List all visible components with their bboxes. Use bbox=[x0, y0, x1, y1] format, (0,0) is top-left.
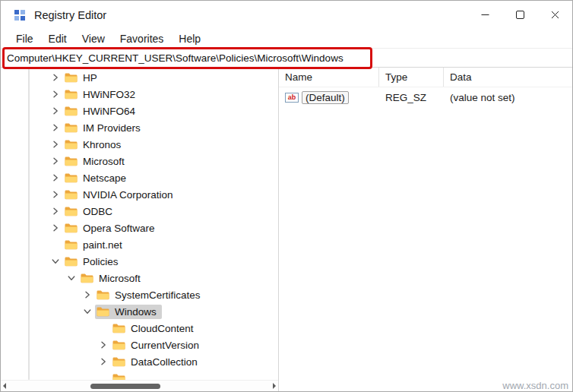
tree-item-label: Microsoft bbox=[99, 273, 141, 284]
tree-node[interactable]: Khronos bbox=[63, 138, 126, 152]
tree-node[interactable]: HP bbox=[63, 71, 103, 85]
tree-node[interactable] bbox=[111, 371, 136, 380]
tree-item-opera-software[interactable]: Opera Software bbox=[1, 220, 278, 236]
tree-node[interactable]: HWiNFO32 bbox=[63, 87, 141, 102]
tree-node[interactable]: SystemCertificates bbox=[95, 288, 206, 302]
tree-item-label: IM Providers bbox=[83, 122, 141, 134]
chevron-right-icon[interactable] bbox=[48, 70, 63, 85]
tree-node[interactable]: paint.net bbox=[63, 238, 128, 252]
tree-node[interactable]: Netscape bbox=[63, 171, 131, 185]
folder-icon bbox=[97, 306, 109, 317]
expander-spacer bbox=[96, 371, 111, 380]
chevron-down-icon[interactable] bbox=[64, 270, 79, 286]
tree-item-hwinfo32[interactable]: HWiNFO32 bbox=[1, 86, 278, 103]
tree-vertical-scrollbar[interactable] bbox=[28, 68, 30, 380]
chevron-right-icon[interactable] bbox=[48, 103, 63, 119]
tree-item-odbc[interactable]: ODBC bbox=[1, 203, 278, 220]
value-name[interactable]: (Default) bbox=[302, 91, 349, 104]
minimize-button[interactable] bbox=[467, 1, 502, 30]
tree-view[interactable]: HPHWiNFO32HWiNFO64IM ProvidersKhronosMic… bbox=[1, 68, 278, 380]
column-header-name[interactable]: Name bbox=[279, 68, 379, 87]
tree-item-netscape[interactable]: Netscape bbox=[1, 169, 278, 186]
column-header-data[interactable]: Data bbox=[444, 68, 572, 87]
menu-help[interactable]: Help bbox=[171, 33, 208, 45]
chevron-right-icon[interactable] bbox=[48, 137, 63, 152]
chevron-right-icon[interactable] bbox=[48, 170, 63, 185]
close-button[interactable] bbox=[537, 1, 572, 30]
tree-node[interactable]: CurrentVersion bbox=[111, 338, 204, 352]
tree-item-khronos[interactable]: Khronos bbox=[1, 136, 278, 153]
chevron-down-icon[interactable] bbox=[48, 254, 63, 269]
menu-favorites[interactable]: Favorites bbox=[112, 33, 172, 45]
chevron-right-icon[interactable] bbox=[48, 120, 63, 135]
tree-node[interactable]: DataCollection bbox=[111, 355, 203, 369]
chevron-right-icon[interactable] bbox=[48, 87, 63, 102]
menu-file[interactable]: File bbox=[8, 33, 41, 45]
tree-node[interactable]: Windows bbox=[95, 305, 162, 319]
main-area: HPHWiNFO32HWiNFO64IM ProvidersKhronosMic… bbox=[1, 68, 572, 391]
tree-item-label: CloudContent bbox=[131, 323, 194, 334]
tree-item-currentversion[interactable]: CurrentVersion bbox=[1, 337, 278, 353]
tree-item-im-providers[interactable]: IM Providers bbox=[1, 119, 278, 136]
menu-edit[interactable]: Edit bbox=[41, 33, 74, 45]
tree-node[interactable]: IM Providers bbox=[63, 121, 146, 135]
window-title: Registry Editor bbox=[34, 9, 106, 21]
expander-spacer bbox=[48, 237, 63, 252]
tree-item-hp[interactable]: HP bbox=[1, 69, 278, 86]
tree-node[interactable]: ODBC bbox=[63, 204, 118, 219]
chevron-down-icon[interactable] bbox=[80, 304, 95, 319]
value-list: ab(Default)REG_SZ(value not set) bbox=[279, 87, 572, 107]
tree-item-label: HWiNFO64 bbox=[83, 106, 135, 117]
tree-node[interactable]: NVIDIA Corporation bbox=[63, 188, 179, 202]
tree-item-cloudcontent[interactable]: CloudContent bbox=[1, 320, 278, 337]
tree-node[interactable]: CloudContent bbox=[111, 321, 199, 336]
tree-node[interactable]: Microsoft bbox=[79, 271, 146, 286]
tree-node[interactable]: Policies bbox=[63, 254, 124, 269]
scroll-right-arrow-icon[interactable] bbox=[273, 383, 276, 389]
tree-item-datacollection[interactable]: DataCollection bbox=[1, 353, 278, 370]
folder-icon bbox=[112, 373, 125, 380]
chevron-right-icon[interactable] bbox=[48, 220, 63, 236]
chevron-right-icon[interactable] bbox=[80, 287, 95, 302]
folder-icon bbox=[65, 189, 78, 200]
maximize-button[interactable] bbox=[502, 1, 537, 30]
tree-item-hwinfo64[interactable]: HWiNFO64 bbox=[1, 103, 278, 119]
tree-item-paint-net[interactable]: paint.net bbox=[1, 236, 278, 253]
chevron-right-icon[interactable] bbox=[48, 187, 63, 202]
tree-node[interactable]: Microsoft bbox=[63, 154, 130, 169]
chevron-right-icon[interactable] bbox=[96, 354, 111, 369]
chevron-right-icon[interactable] bbox=[48, 153, 63, 169]
scroll-left-arrow-icon[interactable] bbox=[3, 383, 6, 389]
tree-item-windows[interactable]: Windows bbox=[1, 303, 278, 320]
chevron-right-icon[interactable] bbox=[96, 337, 111, 352]
value-name-cell[interactable]: ab(Default) bbox=[279, 91, 379, 104]
value-data: (value not set) bbox=[444, 92, 572, 103]
tree-item-label: DataCollection bbox=[131, 356, 198, 368]
tree-item-nvidia-corporation[interactable]: NVIDIA Corporation bbox=[1, 186, 278, 203]
tree-item-label: HWiNFO32 bbox=[83, 89, 135, 100]
tree-item-policies[interactable]: Policies bbox=[1, 253, 278, 270]
folder-icon bbox=[65, 206, 78, 217]
address-bar[interactable]: Computer\HKEY_CURRENT_USER\Software\Poli… bbox=[1, 48, 572, 68]
tree-item-microsoft[interactable]: Microsoft bbox=[1, 153, 278, 169]
folder-icon bbox=[81, 273, 93, 283]
column-header-type[interactable]: Type bbox=[379, 68, 444, 87]
tree-item-partial[interactable] bbox=[1, 370, 278, 380]
tree-node[interactable]: Opera Software bbox=[63, 221, 160, 236]
minimize-icon bbox=[481, 8, 489, 22]
tree-horizontal-scrollbar[interactable] bbox=[1, 380, 278, 391]
tree-item-microsoft[interactable]: Microsoft bbox=[1, 270, 278, 286]
value-list-header: Name Type Data bbox=[279, 68, 572, 87]
folder-icon bbox=[97, 289, 109, 300]
tree-item-systemcertificates[interactable]: SystemCertificates bbox=[1, 286, 278, 303]
tree-item-label: Windows bbox=[115, 306, 157, 318]
value-row[interactable]: ab(Default)REG_SZ(value not set) bbox=[279, 87, 572, 107]
folder-icon bbox=[112, 323, 125, 334]
tree-node[interactable]: HWiNFO64 bbox=[63, 104, 141, 119]
chevron-right-icon[interactable] bbox=[48, 204, 63, 219]
value-type: REG_SZ bbox=[379, 92, 444, 103]
address-path[interactable]: Computer\HKEY_CURRENT_USER\Software\Poli… bbox=[7, 52, 343, 64]
scrollbar-thumb[interactable] bbox=[90, 384, 160, 389]
title-bar: Registry Editor bbox=[1, 1, 572, 30]
menu-view[interactable]: View bbox=[74, 33, 112, 45]
